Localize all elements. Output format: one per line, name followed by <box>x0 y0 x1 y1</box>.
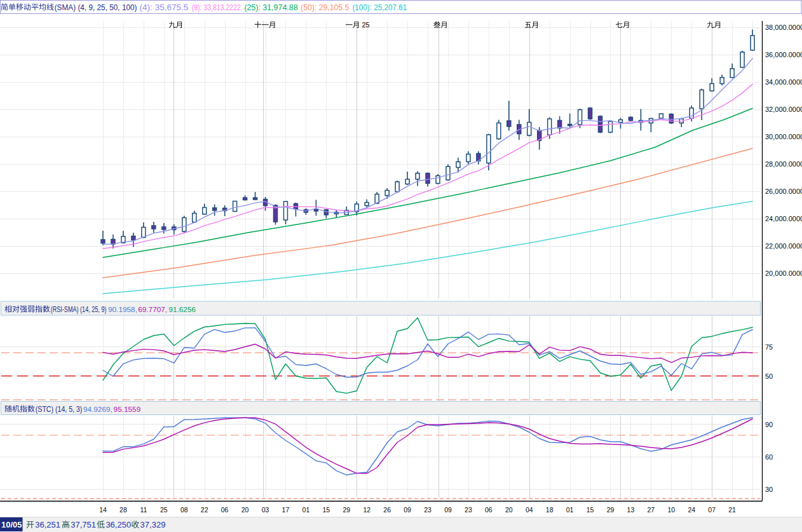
svg-text:01: 01 <box>302 506 310 514</box>
svg-text:(SMA) (4, 9, 25, 50, 100): (SMA) (4, 9, 25, 50, 100) <box>55 3 137 12</box>
svg-text:04: 04 <box>526 506 533 514</box>
svg-text:01: 01 <box>566 506 574 514</box>
svg-text:25: 25 <box>160 506 168 514</box>
svg-text:29: 29 <box>607 506 615 514</box>
svg-text:17: 17 <box>282 506 290 514</box>
svg-text:(100): 25,207.61: (100): 25,207.61 <box>352 3 407 12</box>
svg-text:26,000.0000: 26,000.0000 <box>765 188 802 195</box>
svg-text:09: 09 <box>444 506 452 514</box>
svg-text:12: 12 <box>363 506 370 514</box>
svg-text:08: 08 <box>180 506 188 514</box>
svg-text:91.6256: 91.6256 <box>168 305 196 314</box>
svg-text:(RSI-SMA) (14, 25, 9): (RSI-SMA) (14, 25, 9) <box>51 305 107 314</box>
svg-text:23: 23 <box>465 506 472 514</box>
svg-text:36,250: 36,250 <box>105 520 131 529</box>
svg-text:94.9269,: 94.9269, <box>83 405 112 414</box>
svg-text:(50): 29,105.5: (50): 29,105.5 <box>301 3 349 12</box>
svg-text:21: 21 <box>728 506 736 514</box>
svg-text:09: 09 <box>404 506 411 514</box>
svg-text:(9): 33,813.2222: (9): 33,813.2222 <box>192 3 241 12</box>
svg-text:(25): 31,974.88: (25): 31,974.88 <box>244 3 297 12</box>
svg-text:24,000.0000: 24,000.0000 <box>765 215 802 222</box>
svg-text:69.7707,: 69.7707, <box>138 305 167 314</box>
svg-text:75: 75 <box>765 343 773 351</box>
svg-text:20: 20 <box>241 506 249 514</box>
svg-text:32,000.0000: 32,000.0000 <box>765 106 802 113</box>
svg-text:22: 22 <box>201 506 208 514</box>
svg-text:10/05: 10/05 <box>1 520 22 529</box>
svg-text:(STC) (14, 5, 3): (STC) (14, 5, 3) <box>36 405 83 414</box>
svg-text:95.1559: 95.1559 <box>114 405 141 414</box>
svg-text:37,329: 37,329 <box>140 520 166 529</box>
svg-text:60: 60 <box>765 453 773 461</box>
svg-text:28: 28 <box>119 506 127 514</box>
svg-text:22,000.0000: 22,000.0000 <box>765 242 802 250</box>
svg-text:(4): 35,675.5: (4): 35,675.5 <box>140 3 189 12</box>
svg-text:07: 07 <box>708 506 716 514</box>
svg-text:10: 10 <box>667 506 675 514</box>
svg-text:30,000.0000: 30,000.0000 <box>765 133 802 140</box>
svg-text:90.1958,: 90.1958, <box>108 305 137 314</box>
svg-text:27: 27 <box>648 506 655 514</box>
svg-text:24: 24 <box>688 506 695 514</box>
svg-text:14: 14 <box>99 506 107 514</box>
svg-text:11: 11 <box>140 506 147 514</box>
svg-text:15: 15 <box>322 506 330 514</box>
svg-text:18: 18 <box>546 506 554 514</box>
svg-text:25: 25 <box>362 21 370 29</box>
svg-text:06: 06 <box>485 506 493 514</box>
svg-text:06: 06 <box>221 506 229 514</box>
svg-text:30: 30 <box>765 486 773 493</box>
svg-text:23: 23 <box>424 506 432 514</box>
svg-text:90: 90 <box>765 421 773 428</box>
svg-text:03: 03 <box>262 506 269 514</box>
svg-text:29: 29 <box>343 506 350 514</box>
svg-text:38,000.0000: 38,000.0000 <box>765 24 802 31</box>
svg-text:37,751: 37,751 <box>71 520 96 529</box>
svg-text:15: 15 <box>587 506 594 514</box>
svg-text:50: 50 <box>765 372 773 380</box>
svg-text:20: 20 <box>505 506 513 514</box>
svg-text:26: 26 <box>383 506 391 514</box>
svg-text:36,251: 36,251 <box>35 520 60 529</box>
svg-text:20,000.0000: 20,000.0000 <box>765 269 802 277</box>
svg-text:36,000.0000: 36,000.0000 <box>765 51 802 58</box>
svg-text:13: 13 <box>627 506 635 514</box>
svg-text:34,000.0000: 34,000.0000 <box>765 78 802 86</box>
svg-text:28,000.0000: 28,000.0000 <box>765 160 802 168</box>
